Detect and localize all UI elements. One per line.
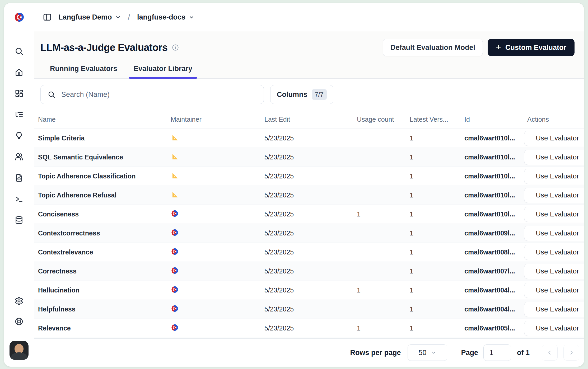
home-icon bbox=[15, 68, 24, 78]
last-edit: 5/23/2025 bbox=[264, 210, 357, 218]
use-evaluator-button[interactable]: Use Evaluator bbox=[524, 283, 584, 298]
evaluator-name: Topic Adherence Classification bbox=[38, 172, 171, 180]
ragas-icon bbox=[171, 172, 179, 179]
tab-evaluator-library[interactable]: Evaluator Library bbox=[129, 65, 197, 78]
column-header-name: Name bbox=[38, 116, 171, 123]
sidebar-item-support[interactable] bbox=[13, 315, 25, 328]
previous-page-button[interactable] bbox=[542, 345, 558, 361]
latest-version: 1 bbox=[410, 267, 464, 275]
evaluator-name: Contextcorrectness bbox=[38, 229, 171, 237]
usage-count: 1 bbox=[357, 210, 410, 218]
sidebar-item-settings[interactable] bbox=[13, 295, 25, 308]
avatar-face bbox=[15, 344, 24, 353]
latest-version: 1 bbox=[410, 191, 464, 199]
next-page-button[interactable] bbox=[563, 345, 579, 361]
use-evaluator-button[interactable]: Use Evaluator bbox=[524, 169, 584, 184]
page-number-input[interactable] bbox=[483, 344, 511, 361]
use-evaluator-button[interactable]: Use Evaluator bbox=[524, 302, 584, 317]
tab-bar: Running Evaluators Evaluator Library bbox=[40, 65, 575, 78]
sidebar-item-prompts[interactable] bbox=[13, 130, 25, 142]
evaluator-id: cmal6wart010l... bbox=[464, 153, 527, 161]
table-row[interactable]: Relevance 5/23/2025 1 1 cmal6wart005l...… bbox=[34, 319, 584, 338]
column-header-latest-version: Latest Vers... bbox=[410, 116, 464, 123]
evaluator-name: Simple Criteria bbox=[38, 134, 171, 142]
user-avatar[interactable] bbox=[10, 341, 29, 360]
langfuse-logo[interactable] bbox=[13, 3, 25, 31]
page-label: Page bbox=[461, 349, 478, 357]
search-input[interactable] bbox=[61, 90, 264, 99]
langfuse-icon bbox=[171, 305, 179, 313]
langfuse-icon bbox=[171, 229, 179, 236]
pagination-footer: Rows per page 50 Page of 1 bbox=[34, 338, 584, 367]
last-edit: 5/23/2025 bbox=[264, 229, 357, 237]
column-header-id: Id bbox=[464, 116, 527, 123]
table-row[interactable]: Helpfulness 5/23/2025 1 cmal6wart004l...… bbox=[34, 300, 584, 319]
table-row[interactable]: Hallucination 5/23/2025 1 1 cmal6wart004… bbox=[34, 281, 584, 300]
page-of-label: of 1 bbox=[517, 349, 530, 357]
sidebar-toggle-button[interactable] bbox=[41, 11, 54, 23]
table-row[interactable]: Contextrelevance 5/23/2025 1 cmal6wart00… bbox=[34, 243, 584, 262]
column-header-usage-count: Usage count bbox=[357, 116, 410, 123]
last-edit: 5/23/2025 bbox=[264, 153, 357, 161]
sidebar-nav bbox=[13, 45, 25, 227]
terminal-icon bbox=[15, 195, 24, 204]
plus-icon: + bbox=[496, 42, 501, 51]
app-window: Langfuse Demo / langfuse-docs LLM-as-a-J… bbox=[4, 3, 584, 367]
chevron-down-icon bbox=[189, 14, 194, 20]
rows-per-page-value: 50 bbox=[418, 349, 426, 357]
last-edit: 5/23/2025 bbox=[264, 191, 357, 199]
use-evaluator-button[interactable]: Use Evaluator bbox=[524, 131, 584, 146]
use-evaluator-button[interactable]: Use Evaluator bbox=[524, 321, 584, 336]
use-evaluator-button[interactable]: Use Evaluator bbox=[524, 207, 584, 222]
table-controls: Columns 7/7 bbox=[34, 79, 584, 110]
project-name: langfuse-docs bbox=[137, 13, 185, 21]
use-evaluator-button[interactable]: Use Evaluator bbox=[524, 150, 584, 165]
table-row[interactable]: Simple Criteria 5/23/2025 1 cmal6wart010… bbox=[34, 129, 584, 148]
org-selector[interactable]: Langfuse Demo bbox=[56, 11, 124, 23]
table-row[interactable]: Correctness 5/23/2025 1 cmal6wart007l...… bbox=[34, 262, 584, 281]
sidebar-item-home[interactable] bbox=[13, 66, 25, 79]
sidebar-item-terminal[interactable] bbox=[13, 193, 25, 206]
evaluator-table: Name Maintainer Last Edit Usage count La… bbox=[34, 110, 584, 338]
use-evaluator-button[interactable]: Use Evaluator bbox=[524, 245, 584, 260]
last-edit: 5/23/2025 bbox=[264, 324, 357, 332]
evaluator-id: cmal6wart009l... bbox=[464, 229, 527, 237]
avatar-shoulders bbox=[11, 352, 27, 360]
latest-version: 1 bbox=[410, 153, 464, 161]
use-evaluator-button[interactable]: Use Evaluator bbox=[524, 188, 584, 203]
last-edit: 5/23/2025 bbox=[264, 286, 357, 294]
sidebar-item-search[interactable] bbox=[13, 45, 25, 58]
default-evaluation-model-button[interactable]: Default Evaluation Model bbox=[383, 39, 483, 56]
last-edit: 5/23/2025 bbox=[264, 267, 357, 275]
latest-version: 1 bbox=[410, 229, 464, 237]
column-header-maintainer: Maintainer bbox=[171, 116, 264, 123]
table-row[interactable]: Contextcorrectness 5/23/2025 1 cmal6wart… bbox=[34, 224, 584, 243]
use-evaluator-button[interactable]: Use Evaluator bbox=[524, 226, 584, 241]
last-edit: 5/23/2025 bbox=[264, 172, 357, 180]
sidebar-item-users[interactable] bbox=[13, 151, 25, 163]
project-selector[interactable]: langfuse-docs bbox=[134, 11, 197, 23]
langfuse-icon bbox=[171, 210, 179, 217]
evaluator-id: cmal6wart010l... bbox=[464, 191, 527, 199]
rows-per-page-select[interactable]: 50 bbox=[408, 344, 447, 361]
tab-running-evaluators[interactable]: Running Evaluators bbox=[45, 65, 122, 78]
ragas-icon bbox=[171, 134, 179, 141]
latest-version: 1 bbox=[410, 172, 464, 180]
columns-label: Columns bbox=[277, 91, 307, 99]
table-row[interactable]: Topic Adherence Refusal 5/23/2025 1 cmal… bbox=[34, 186, 584, 205]
table-row[interactable]: Topic Adherence Classification 5/23/2025… bbox=[34, 167, 584, 186]
columns-button[interactable]: Columns 7/7 bbox=[270, 85, 333, 104]
chevron-left-icon bbox=[547, 350, 553, 356]
table-row[interactable]: SQL Semantic Equivalence 5/23/2025 1 cma… bbox=[34, 148, 584, 167]
last-edit: 5/23/2025 bbox=[264, 305, 357, 313]
file-code-icon bbox=[15, 173, 24, 183]
custom-evaluator-button[interactable]: + Custom Evaluator bbox=[488, 39, 575, 56]
sidebar-item-playground[interactable] bbox=[13, 172, 25, 184]
table-row[interactable]: Conciseness 5/23/2025 1 1 cmal6wart010l.… bbox=[34, 205, 584, 224]
use-evaluator-button[interactable]: Use Evaluator bbox=[524, 264, 584, 279]
search-icon bbox=[48, 91, 55, 98]
sidebar-item-tracing[interactable] bbox=[13, 108, 25, 121]
sidebar-item-dashboards[interactable] bbox=[13, 87, 25, 100]
sidebar-item-datasets[interactable] bbox=[13, 214, 25, 227]
info-icon[interactable] bbox=[172, 44, 179, 51]
